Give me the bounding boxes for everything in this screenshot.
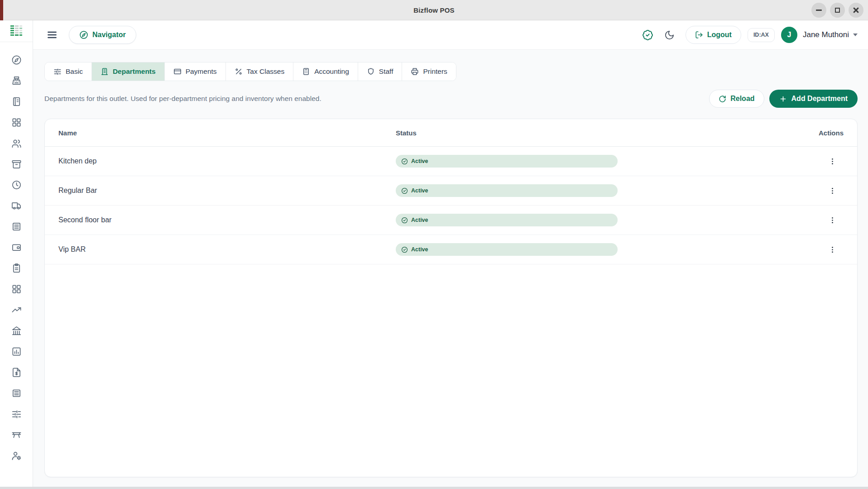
status-cell: Active [396, 184, 776, 197]
tab-accounting[interactable]: Accounting [293, 62, 358, 81]
navigator-button[interactable]: Navigator [69, 26, 136, 44]
settings-tabs: Basic Departments Payments Tax Classes A… [44, 62, 456, 81]
tab-staff[interactable]: Staff [358, 62, 403, 81]
window-controls [811, 3, 863, 18]
sidebar-item-cash-register[interactable] [0, 70, 33, 91]
department-name: Vip BAR [58, 245, 396, 254]
sidebar-item-purchase-list[interactable] [0, 258, 33, 278]
hamburger-menu-button[interactable] [44, 27, 60, 43]
sidebar-item-stock-archive[interactable] [0, 153, 33, 174]
status-badge: Active [396, 214, 618, 226]
calculator-icon [302, 67, 310, 76]
trending-up-icon [11, 305, 22, 315]
sidebar-item-apps-grid[interactable] [0, 278, 33, 299]
sidebar-item-ledger[interactable] [0, 383, 33, 403]
sidebar-item-preferences[interactable] [0, 403, 33, 424]
hamburger-menu-icon [46, 29, 58, 41]
sidebar-item-shifts[interactable] [0, 174, 33, 195]
sidebar-item-customers[interactable] [0, 133, 33, 153]
department-name: Regular Bar [58, 187, 396, 195]
check-circle-icon [401, 187, 408, 194]
kebab-menu-icon [828, 216, 837, 225]
moon-icon [664, 30, 675, 40]
sidebar-item-user-management[interactable] [0, 445, 33, 466]
column-header-name: Name [58, 129, 396, 137]
truck-icon [11, 201, 22, 211]
sliders-icon [11, 409, 22, 419]
plus-icon [779, 95, 787, 103]
status-label: Active [411, 246, 428, 253]
content-area: Basic Departments Payments Tax Classes A… [33, 50, 868, 487]
license-status-button[interactable] [642, 29, 653, 41]
sidebar-item-tables[interactable] [0, 424, 33, 445]
logout-label: Logout [707, 31, 732, 39]
logout-button[interactable]: Logout [686, 26, 741, 44]
tab-departments[interactable]: Departments [92, 62, 165, 81]
tab-basic[interactable]: Basic [45, 62, 92, 81]
column-header-status: Status [396, 129, 776, 137]
users-icon [11, 138, 22, 149]
compass-icon [79, 30, 88, 39]
status-label: Active [411, 217, 428, 223]
close-button[interactable] [849, 3, 863, 18]
apps-grid-icon [11, 284, 22, 294]
section-description: Departments for this outlet. Used for pe… [44, 95, 321, 103]
tab-label: Accounting [314, 67, 349, 76]
sidebar [0, 20, 33, 487]
row-actions-button[interactable] [825, 183, 840, 198]
sidebar-item-sales-journal[interactable] [0, 91, 33, 112]
refresh-icon [719, 95, 726, 103]
tab-label: Departments [113, 67, 156, 76]
actions-cell [776, 153, 844, 169]
sidebar-item-menu-grid[interactable] [0, 112, 33, 133]
avatar-initial: J [787, 31, 791, 39]
status-badge: Active [396, 155, 618, 168]
sidebar-item-trends[interactable] [0, 299, 33, 320]
tab-label: Basic [66, 67, 83, 76]
tab-label: Printers [423, 67, 447, 76]
sidebar-item-order-logs[interactable] [0, 216, 33, 237]
tab-printers[interactable]: Printers [402, 62, 456, 81]
chevron-down-icon[interactable] [853, 34, 858, 36]
shield-icon [367, 67, 375, 76]
tab-payments[interactable]: Payments [165, 62, 226, 81]
department-name: Kitchen dep [58, 157, 396, 165]
table-row: Vip BAR Active [45, 235, 857, 264]
sidebar-item-navigator[interactable] [0, 49, 33, 70]
minimize-button[interactable] [811, 3, 826, 18]
kebab-menu-icon [828, 157, 837, 166]
row-actions-button[interactable] [825, 212, 840, 228]
maximize-button[interactable] [830, 3, 845, 18]
table-icon [11, 430, 22, 440]
status-label: Active [411, 187, 428, 194]
check-circle-icon [401, 158, 408, 165]
sidebar-item-deliveries[interactable] [0, 195, 33, 216]
topbar: Navigator Logout ID:AX J [33, 20, 868, 50]
ledger-icon [11, 388, 22, 398]
close-icon [853, 7, 859, 14]
tab-label: Staff [379, 67, 393, 76]
theme-toggle-button[interactable] [664, 30, 675, 40]
user-name[interactable]: Jane Muthoni [803, 30, 849, 39]
table-row: Regular Bar Active [45, 176, 857, 206]
tab-label: Payments [186, 67, 217, 76]
status-badge: Active [396, 184, 618, 197]
check-circle-icon [401, 246, 408, 253]
row-actions-button[interactable] [825, 153, 840, 169]
status-label: Active [411, 158, 428, 164]
sidebar-item-banking[interactable] [0, 320, 33, 341]
wallet-icon [11, 242, 22, 253]
avatar[interactable]: J [781, 27, 797, 43]
sidebar-item-wallet[interactable] [0, 237, 33, 258]
reload-button[interactable]: Reload [709, 90, 764, 108]
tab-label: Tax Classes [247, 67, 285, 76]
row-actions-button[interactable] [825, 242, 840, 257]
bizflow-logo [0, 20, 33, 42]
journal-icon [11, 96, 22, 107]
tab-tax-classes[interactable]: Tax Classes [226, 62, 294, 81]
add-department-button[interactable]: Add Department [769, 90, 858, 108]
sidebar-item-invoices[interactable] [0, 362, 33, 383]
sidebar-item-reports[interactable] [0, 341, 33, 362]
reload-label: Reload [730, 95, 754, 103]
sliders-icon [53, 67, 62, 76]
